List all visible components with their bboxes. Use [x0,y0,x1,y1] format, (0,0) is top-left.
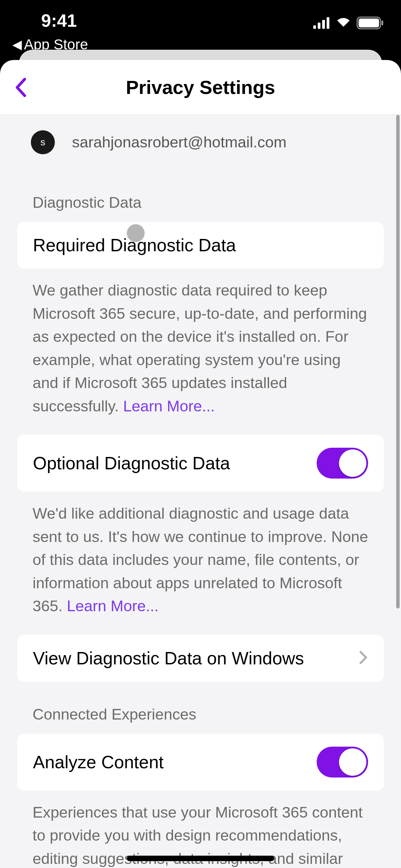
svg-rect-0 [313,25,316,29]
chevron-right-icon [359,650,368,666]
view-diagnostic-windows-title: View Diagnostic Data on Windows [33,648,304,668]
chevron-left-icon [14,77,27,98]
account-email: sarahjonasrobert@hotmail.com [72,133,287,151]
settings-sheet: Privacy Settings s sarahjonasrobert@hotm… [0,60,401,868]
touch-indicator [127,224,145,242]
status-icons [313,16,384,31]
analyze-content-toggle[interactable] [317,747,368,777]
section-header-diagnostic: Diagnostic Data [0,170,401,222]
svg-rect-6 [381,21,383,25]
optional-diagnostic-toggle[interactable] [317,448,368,479]
nav-header: Privacy Settings [0,60,401,115]
wifi-icon [335,17,352,30]
caret-left-icon: ◀ [12,37,22,52]
scrollbar[interactable] [396,115,400,608]
account-row[interactable]: s sarahjonasrobert@hotmail.com [0,115,401,170]
optional-diagnostic-row: Optional Diagnostic Data [17,435,384,492]
toggle-knob [339,449,366,477]
content-scroll[interactable]: s sarahjonasrobert@hotmail.com Diagnosti… [0,115,401,868]
optional-diagnostic-description: We'd like additional diagnostic and usag… [0,492,401,635]
analyze-content-row: Analyze Content [17,734,384,791]
svg-rect-5 [359,19,379,27]
analyze-content-title: Analyze Content [33,752,164,772]
learn-more-link-required[interactable]: Learn More... [123,397,215,415]
toggle-knob [339,748,366,776]
svg-rect-3 [327,17,329,29]
learn-more-link-optional[interactable]: Learn More... [67,597,159,615]
view-diagnostic-windows-row[interactable]: View Diagnostic Data on Windows [17,635,384,682]
section-header-connected: Connected Experiences [0,682,401,734]
cellular-signal-icon [313,17,330,30]
avatar: s [31,130,55,154]
home-indicator[interactable] [127,856,274,861]
optional-diagnostic-title: Optional Diagnostic Data [33,453,230,473]
battery-icon [356,16,384,31]
required-diagnostic-row[interactable]: Required Diagnostic Data [17,222,384,268]
page-title: Privacy Settings [0,76,401,98]
svg-rect-2 [322,20,325,29]
status-time: 9:41 [41,10,77,31]
back-button[interactable] [10,77,31,98]
required-diagnostic-description: We gather diagnostic data required to ke… [0,268,401,435]
status-bar: 9:41 [0,0,401,34]
svg-rect-1 [318,23,320,29]
